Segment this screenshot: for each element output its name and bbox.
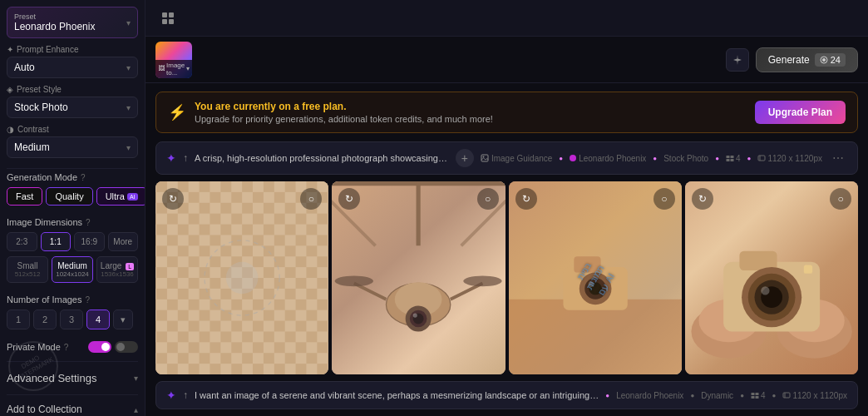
num-images-label-text: Number of Images <box>7 295 81 305</box>
num-1-button[interactable]: 1 <box>7 310 30 329</box>
preset-style-dropdown[interactable]: Stock Photo ▾ <box>7 97 138 118</box>
ratio-16-9-button[interactable]: 16:9 <box>74 232 105 251</box>
grid-cell-1: ↻ ○ <box>155 181 328 374</box>
cell-4-refresh-button[interactable]: ↻ <box>692 188 713 210</box>
mode-fast-button[interactable]: Fast <box>7 187 42 206</box>
top-toolbar <box>145 0 868 37</box>
num-2-button[interactable]: 2 <box>33 310 57 329</box>
bottom-prompt-enhance-icon: ✦ <box>166 389 176 402</box>
meta-dot-3: ● <box>715 155 719 162</box>
bottom-meta-count: 4 <box>751 391 766 400</box>
contrast-value: Medium <box>14 141 50 153</box>
size-small-button[interactable]: Small 512x512 <box>7 256 48 283</box>
cell-2-svg <box>332 181 505 374</box>
svg-rect-57 <box>751 393 754 395</box>
num-4-button[interactable]: 4 <box>86 310 110 329</box>
top-prompt-add-button[interactable]: + <box>456 149 474 167</box>
add-collection-row[interactable]: Add to Collection ▴ <box>7 399 138 416</box>
image-label-chevron-icon: ▾ <box>186 65 190 72</box>
meta-style: Stock Photo <box>663 154 708 163</box>
bottom-meta-resolution: 1120 x 1120px <box>782 391 847 400</box>
contrast-chevron-icon: ▾ <box>126 143 131 152</box>
meta-dot-4: ● <box>747 155 752 162</box>
mode-ultra-button[interactable]: Ultra AI <box>96 187 145 206</box>
small-resolution: 512x512 <box>9 270 46 278</box>
cell-4-eye-button[interactable]: ○ <box>830 188 851 210</box>
cell-2-actions: ↻ ○ <box>338 188 498 210</box>
private-mode-toggle-off[interactable] <box>115 341 138 353</box>
cell-1-background <box>155 181 328 374</box>
dimensions-info-icon[interactable]: ? <box>86 218 91 227</box>
generate-button[interactable]: Generate 24 <box>756 47 858 72</box>
grid-cell-4: ↻ ○ <box>685 181 858 374</box>
cell-2-eye-button[interactable]: ○ <box>477 188 499 210</box>
generate-credits: 24 <box>815 53 846 67</box>
svg-rect-8 <box>726 156 729 158</box>
upgrade-plan-button[interactable]: Upgrade Plan <box>755 101 846 124</box>
num-3-button[interactable]: 3 <box>60 310 83 329</box>
generation-mode-section: Generation Mode ? Fast Quality Ultra AI <box>7 172 138 210</box>
ratio-1-1-button[interactable]: 1:1 <box>41 232 72 251</box>
preset-style-label: ◈ Preset Style <box>7 85 138 94</box>
num-images-section: Number of Images ? 1 2 3 4 ▾ <box>7 295 138 334</box>
sidebar-watermark: DEMOWATERMARK <box>8 341 58 391</box>
image-ref-bar: 🖼 Image to... ▾ Generate 24 <box>145 37 868 83</box>
ultra-badge: AI <box>127 193 138 201</box>
prompt-up-icon: ↑ <box>183 152 188 164</box>
ratio-2-3-button[interactable]: 2:3 <box>7 232 37 251</box>
top-prompt-bar: ✦ ↑ A crisp, high-resolution professiona… <box>155 141 858 175</box>
add-collection-chevron-icon: ▴ <box>134 405 138 414</box>
advanced-settings-chevron-icon: ▾ <box>134 374 138 383</box>
upgrade-banner: ⚡ You are currently on a free plan. Upgr… <box>155 92 858 133</box>
cell-1-eye-button[interactable]: ○ <box>300 188 322 210</box>
num-buttons-group: 1 2 3 4 ▾ <box>7 310 138 329</box>
cell-3-eye-button[interactable]: ○ <box>653 188 675 210</box>
preset-style-value: Stock Photo <box>14 102 68 113</box>
svg-rect-61 <box>783 393 790 398</box>
generation-mode-info-icon[interactable]: ? <box>81 173 86 182</box>
sparkle-button[interactable] <box>726 48 749 72</box>
banner-subtitle: Upgrade for priority generations, additi… <box>195 114 493 124</box>
contrast-dropdown[interactable]: Medium ▾ <box>7 136 138 158</box>
meta-dot-2: ● <box>653 155 657 162</box>
ratio-more-button[interactable]: More <box>108 232 139 251</box>
svg-point-5 <box>822 58 826 62</box>
bottom-meta-model: Leonardo Phoenix <box>616 391 683 400</box>
preset-value: Leonardo Phoenix <box>14 21 95 32</box>
generation-mode-label-text: Generation Mode <box>7 172 77 182</box>
svg-rect-60 <box>755 396 758 399</box>
bottom-meta-style: Dynamic <box>701 391 733 400</box>
size-medium-button[interactable]: Medium 1024x1024 <box>52 256 93 283</box>
preset-style-section: ◈ Preset Style Stock Photo ▾ <box>7 85 138 118</box>
mode-quality-button[interactable]: Quality <box>46 187 92 206</box>
add-collection-label: Add to Collection <box>7 404 82 415</box>
cell-1-svg <box>155 181 328 374</box>
cell-2-refresh-button[interactable]: ↻ <box>338 188 360 210</box>
prompt-enhance-dropdown[interactable]: Auto ▾ <box>7 57 138 78</box>
grid-view-button[interactable] <box>155 6 180 31</box>
cell-4-background <box>685 181 858 374</box>
preset-dropdown[interactable]: Preset Leonardo Phoenix ▾ <box>7 7 138 38</box>
meta-resolution: 1120 x 1120px <box>757 154 822 163</box>
private-mode-toggle-on[interactable] <box>88 341 111 353</box>
bottom-meta-dot-3: ● <box>740 392 744 399</box>
meta-dot-1: ● <box>559 155 563 162</box>
size-large-button[interactable]: Large L 1536x1536 <box>96 256 138 283</box>
bottom-meta-dot-2: ● <box>690 392 694 399</box>
meta-count: 4 <box>726 154 741 163</box>
prompt-enhance-value: Auto <box>14 62 35 73</box>
svg-rect-58 <box>755 393 758 395</box>
bottom-prompt-text: I want an image of a serene and vibrant … <box>195 390 599 400</box>
num-more-button[interactable]: ▾ <box>113 310 133 329</box>
grid-cell-3: בנייתתמונותעם AI ↻ ○ <box>509 181 682 374</box>
prompt-enhance-icon: ✦ <box>166 151 176 165</box>
top-prompt-more-button[interactable]: ⋯ <box>829 149 847 167</box>
svg-rect-9 <box>730 156 733 158</box>
private-mode-info-icon[interactable]: ? <box>64 343 69 352</box>
cell-3-refresh-button[interactable]: ↻ <box>515 188 537 210</box>
num-images-info-icon[interactable]: ? <box>85 295 90 305</box>
cell-1-refresh-button[interactable]: ↻ <box>162 188 184 210</box>
medium-resolution: 1024x1024 <box>54 270 91 278</box>
cell-1-actions: ↻ ○ <box>162 188 322 210</box>
model-icon <box>570 155 576 161</box>
